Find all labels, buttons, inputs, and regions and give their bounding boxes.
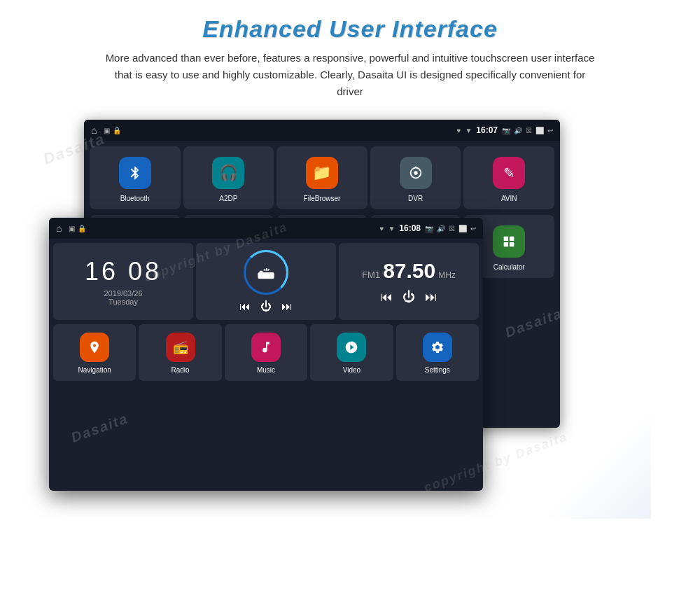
header: Enhanced User Interface More advanced th…	[0, 0, 700, 107]
svg-rect-21	[258, 272, 274, 279]
front-bottom-apps: Navigation 📻 Radio Music	[49, 322, 483, 385]
bluetooth-label: Bluetooth	[120, 195, 150, 202]
app-grid-row1: Bluetooth 🎧 A2DP 📁 FileBrowser	[84, 141, 560, 215]
filebrowser-label: FileBrowser	[304, 195, 341, 202]
screen-front: ⌂ ▣ 🔒 ♥ ▼ 16:08 📷 🔊 ☒ ⬜ ↩	[49, 218, 483, 491]
radio-icon	[256, 263, 276, 282]
fm-next-icon[interactable]: ⏭	[425, 290, 438, 305]
home-icon-back[interactable]: ⌂	[91, 125, 97, 136]
svg-line-24	[266, 268, 267, 271]
signal-icon-front: ▣	[69, 225, 75, 232]
calculator-label: Calculator	[493, 263, 525, 271]
window-icon-front: ⬜	[458, 225, 467, 232]
navigation-label: Navigation	[78, 366, 111, 374]
settings-label: Settings	[425, 366, 450, 374]
settings-icon	[423, 333, 452, 362]
fm-prev-icon[interactable]: ⏮	[380, 290, 393, 305]
date-display: 2019/03/26	[104, 289, 142, 298]
fm-unit: MHz	[438, 270, 456, 280]
lock-icon: 🔒	[113, 127, 121, 134]
front-top-widgets: 16 08 2019/03/26 Tuesday	[49, 239, 483, 322]
screens-area: ⌂ ▣ 🔒 ♥ ▼ 16:07 📷 🔊 ☒ ⬜ ↩	[49, 120, 651, 519]
home-icon-front[interactable]: ⌂	[56, 223, 62, 234]
day-display: Tuesday	[108, 298, 138, 306]
video-icon	[337, 333, 366, 362]
lock-icon-front: 🔒	[78, 225, 86, 232]
wifi-icon-front: ▼	[388, 225, 395, 232]
location-icon-front: ♥	[379, 225, 384, 232]
volume-icon-back: 🔊	[514, 127, 522, 134]
video-label: Video	[343, 366, 360, 374]
page-wrapper: Dasaita copyright by Dasaita Dasaita cop…	[0, 0, 700, 607]
svg-point-1	[414, 171, 418, 175]
camera-icon-front: 📷	[425, 225, 433, 232]
svg-rect-18	[510, 236, 514, 240]
wifi-icon: ▼	[465, 127, 472, 134]
status-time-back: 16:07	[476, 125, 498, 135]
fm-label: FM1	[362, 270, 380, 280]
clock-display: 16 08	[85, 257, 162, 286]
fm-frequency-display: FM1 87.50 MHz	[362, 259, 456, 283]
status-bar-front: ⌂ ▣ 🔒 ♥ ▼ 16:08 📷 🔊 ☒ ⬜ ↩	[49, 218, 483, 239]
power-icon[interactable]: ⏻	[260, 300, 272, 313]
app-dvr[interactable]: DVR	[370, 146, 461, 209]
window-icon-back: ⬜	[536, 127, 544, 134]
right-icons-front: 📷 🔊 ☒ ⬜ ↩	[425, 225, 476, 232]
header-description: More advanced than ever before, features…	[84, 50, 616, 100]
svg-rect-17	[504, 236, 508, 240]
back-icon-back: ↩	[547, 127, 553, 134]
right-icons-back: 📷 🔊 ☒ ⬜ ↩	[502, 127, 553, 134]
calculator-icon	[493, 225, 525, 258]
next-track-icon[interactable]: ⏭	[281, 300, 293, 313]
music-icon	[251, 333, 281, 362]
location-icon: ♥	[456, 127, 461, 134]
fm-frequency: 87.50	[383, 259, 435, 283]
page-title: Enhanced User Interface	[0, 15, 700, 43]
app-bluetooth[interactable]: Bluetooth	[90, 146, 181, 209]
a2dp-label: A2DP	[219, 195, 237, 202]
avin-label: AVIN	[501, 195, 517, 202]
signal-icon: ▣	[104, 127, 110, 134]
close-icon-front: ☒	[449, 225, 455, 232]
music-label: Music	[257, 366, 275, 374]
radio-app-icon: 📻	[166, 333, 195, 362]
status-icons-back: ▣ 🔒	[104, 127, 121, 134]
navigation-icon	[80, 333, 109, 362]
svg-rect-22	[260, 271, 263, 274]
a2dp-icon: 🎧	[212, 157, 244, 189]
app-filebrowser[interactable]: 📁 FileBrowser	[276, 146, 368, 209]
fm-widget: FM1 87.50 MHz ⏮ ⏻ ⏭	[339, 243, 479, 320]
fm-power-icon[interactable]: ⏻	[402, 290, 415, 305]
radio-label: Radio	[172, 366, 190, 374]
status-time-front: 16:08	[399, 223, 421, 233]
svg-line-25	[267, 269, 269, 270]
radio-widget: ⏮ ⏻ ⏭	[196, 243, 336, 320]
close-icon-back: ☒	[526, 127, 532, 134]
status-bar-back: ⌂ ▣ 🔒 ♥ ▼ 16:07 📷 🔊 ☒ ⬜ ↩	[84, 120, 560, 141]
app-radio[interactable]: 📻 Radio	[139, 324, 221, 381]
status-icons-front: ▣ 🔒	[69, 225, 86, 232]
fm-controls: ⏮ ⏻ ⏭	[380, 290, 438, 305]
app-navigation[interactable]: Navigation	[53, 324, 136, 381]
app-settings[interactable]: Settings	[396, 324, 479, 381]
radio-controls: ⏮ ⏻ ⏭	[239, 300, 293, 313]
app-video[interactable]: Video	[310, 324, 393, 381]
volume-icon-front: 🔊	[437, 225, 445, 232]
svg-rect-20	[510, 242, 514, 246]
svg-rect-19	[504, 242, 508, 246]
app-music[interactable]: Music	[225, 324, 307, 381]
camera-icon-back: 📷	[502, 127, 510, 134]
app-a2dp[interactable]: 🎧 A2DP	[183, 146, 274, 209]
prev-track-icon[interactable]: ⏮	[239, 300, 251, 313]
dvr-icon	[400, 157, 432, 189]
avin-icon: ✎	[493, 157, 525, 189]
radio-circle	[244, 250, 288, 295]
app-avin[interactable]: ✎ AVIN	[463, 146, 554, 209]
bluetooth-icon	[119, 157, 151, 189]
back-icon-front: ↩	[470, 225, 476, 232]
time-widget: 16 08 2019/03/26 Tuesday	[53, 243, 193, 320]
dvr-label: DVR	[408, 195, 423, 202]
filebrowser-icon: 📁	[306, 157, 338, 189]
